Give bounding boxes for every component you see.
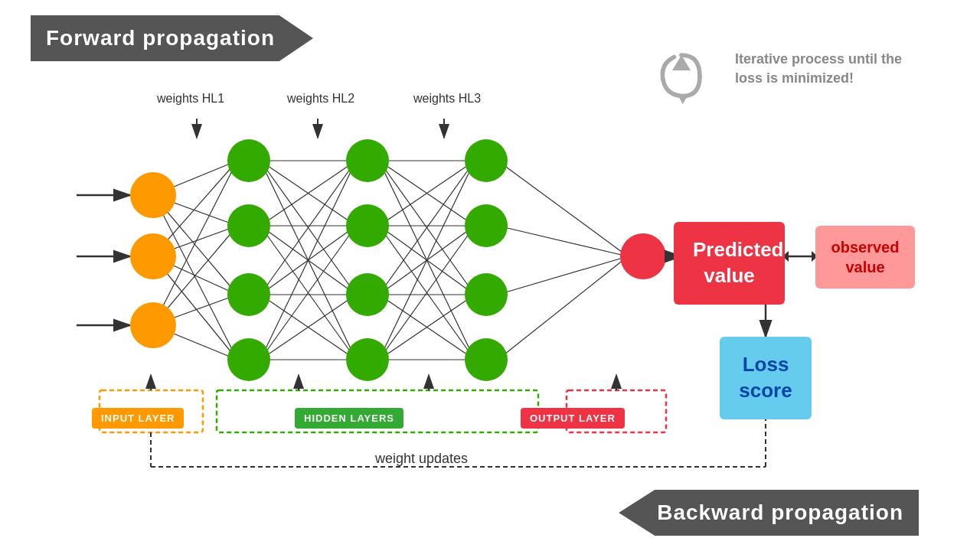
hl3-node-1 (465, 139, 508, 182)
hl2-node-1 (346, 139, 389, 182)
hl3-node-3 (465, 273, 508, 316)
hl1-node-2 (227, 204, 270, 247)
loss-score-box: Loss score (720, 337, 812, 419)
hl2-node-4 (346, 338, 389, 381)
output-node (620, 233, 666, 279)
svg-line-52 (498, 256, 628, 295)
hl1-node-1 (227, 139, 270, 182)
output-layer-label: OUTPUT LAYER (521, 408, 625, 429)
hl2-node-2 (346, 204, 389, 247)
hl3-node-2 (465, 204, 508, 247)
input-node-3 (130, 302, 176, 348)
svg-line-51 (498, 226, 628, 256)
hl1-node-3 (227, 273, 270, 316)
predicted-value-box: Predicted value (674, 222, 785, 305)
input-node-2 (130, 233, 176, 279)
observed-value-box: observed value (815, 226, 915, 289)
weight-updates-label: weight updates (375, 451, 468, 467)
svg-line-50 (498, 161, 628, 256)
hl1-node-4 (227, 338, 270, 381)
hl2-node-3 (346, 273, 389, 316)
input-node-1 (130, 172, 176, 218)
hl3-node-4 (465, 338, 508, 381)
svg-line-53 (498, 256, 628, 360)
input-layer-label: INPUT LAYER (92, 408, 184, 429)
hidden-layers-label: HIDDEN LAYERS (295, 408, 403, 429)
